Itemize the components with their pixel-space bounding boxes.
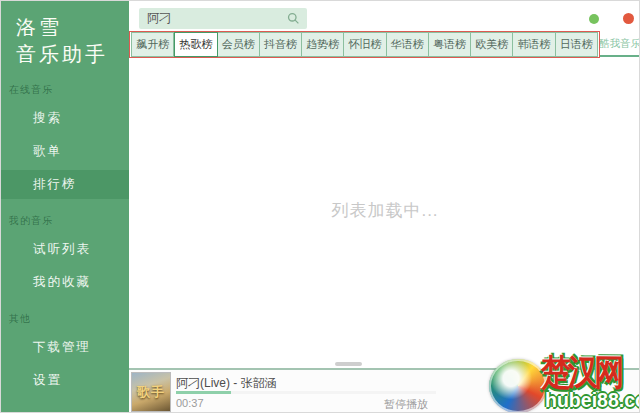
tab-vip[interactable]: 会员榜 <box>218 32 260 57</box>
scrollbar-handle[interactable] <box>335 362 362 366</box>
sidebar-section-label-my-music: 我的音乐 <box>1 214 129 231</box>
elapsed-time: 00:37 <box>176 397 204 409</box>
rank-list-area: 列表加载中... <box>129 58 640 363</box>
progress-fill <box>176 391 231 394</box>
content-area: 飙升榜热歌榜会员榜抖音榜趋势榜怀旧榜华语榜粤语榜欧美榜韩语榜日语榜 酷我音乐 列… <box>129 1 640 413</box>
app-logo: 洛雪 音乐助手 <box>1 1 129 68</box>
tab-soaring[interactable]: 飙升榜 <box>131 32 174 57</box>
sidebar-section-label-other: 其他 <box>1 312 129 329</box>
sidebar-item-ranking[interactable]: 排行榜 <box>1 170 129 199</box>
header-bar <box>129 1 640 31</box>
tab-chinese[interactable]: 华语榜 <box>387 32 429 57</box>
sidebar: 洛雪 音乐助手 在线音乐搜索歌单排行榜我的音乐试听列表我的收藏其他下载管理设置 <box>1 1 129 413</box>
search-icon[interactable] <box>287 12 300 25</box>
player-bar: 歌手 阿刁(Live) - 张韶涵 00:37 暂停播放 <box>129 368 640 413</box>
progress-bar[interactable] <box>176 391 436 394</box>
sidebar-item-songlist[interactable]: 歌单 <box>1 137 129 166</box>
app-logo-line2: 音乐助手 <box>16 41 129 68</box>
tab-cantonese[interactable]: 粤语榜 <box>429 32 471 57</box>
app-logo-line1: 洛雪 <box>16 14 129 41</box>
close-button[interactable] <box>623 13 634 24</box>
sidebar-item-download-manager[interactable]: 下载管理 <box>1 333 129 362</box>
album-art: 歌手 <box>131 372 171 412</box>
tab-japanese[interactable]: 日语榜 <box>556 32 598 57</box>
tab-nostalgia[interactable]: 怀旧榜 <box>344 32 386 57</box>
source-selector[interactable]: 酷我音乐 <box>599 32 640 57</box>
tab-trend[interactable]: 趋势榜 <box>302 32 344 57</box>
tab-douyin[interactable]: 抖音榜 <box>260 32 302 57</box>
tab-hot-songs[interactable]: 热歌榜 <box>174 32 217 57</box>
sidebar-section-label-online-music: 在线音乐 <box>1 83 129 100</box>
sidebar-sections: 在线音乐搜索歌单排行榜我的音乐试听列表我的收藏其他下载管理设置 <box>1 83 129 395</box>
sidebar-item-settings[interactable]: 设置 <box>1 366 129 395</box>
sidebar-item-my-collection[interactable]: 我的收藏 <box>1 268 129 297</box>
now-playing-title: 阿刁(Live) - 张韶涵 <box>176 375 277 392</box>
loading-text: 列表加载中... <box>331 199 438 222</box>
sidebar-item-search[interactable]: 搜索 <box>1 104 129 133</box>
app-window: 洛雪 音乐助手 在线音乐搜索歌单排行榜我的音乐试听列表我的收藏其他下载管理设置 … <box>0 0 640 413</box>
rank-tabs: 飙升榜热歌榜会员榜抖音榜趋势榜怀旧榜华语榜粤语榜欧美榜韩语榜日语榜 <box>131 32 598 57</box>
tab-western[interactable]: 欧美榜 <box>471 32 513 57</box>
sidebar-item-listen-list[interactable]: 试听列表 <box>1 235 129 264</box>
playback-status: 暂停播放 <box>384 397 428 412</box>
tab-korean[interactable]: 韩语榜 <box>513 32 555 57</box>
search-box <box>139 8 307 29</box>
minimize-button[interactable] <box>589 14 599 24</box>
album-art-text: 歌手 <box>137 383 165 401</box>
search-input[interactable] <box>139 12 287 26</box>
